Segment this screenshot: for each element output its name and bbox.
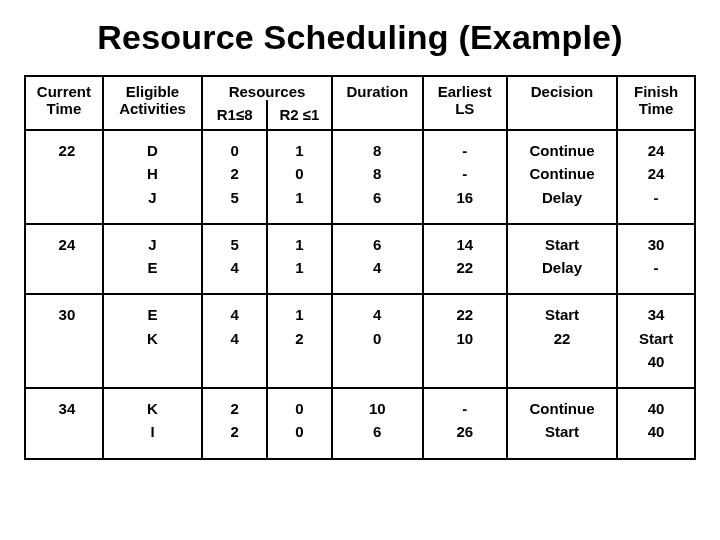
cell-duration: 64 [332, 224, 423, 295]
cell-decision: Start22 [507, 294, 617, 388]
cell-decision-value: Continue [530, 139, 595, 162]
cell-r1-value: 2 [230, 420, 238, 443]
cell-duration-value: 10 [369, 397, 386, 420]
cell-r2-value: 2 [295, 327, 303, 350]
table-row: 30EK4412402210Start2234Start40 [25, 294, 695, 388]
cell-decision-value: Continue [530, 162, 595, 185]
cell-ls-value: 26 [456, 420, 473, 443]
cell-activity: JE [103, 224, 202, 295]
cell-duration-value: 4 [373, 256, 381, 279]
cell-time: 30 [25, 294, 103, 388]
cell-time: 24 [25, 224, 103, 295]
cell-duration-value: 6 [373, 233, 381, 256]
cell-r1-value: 4 [230, 303, 238, 326]
cell-r2-value: 1 [295, 303, 303, 326]
cell-duration-value: 0 [373, 327, 381, 350]
cell-r2-value: 1 [295, 233, 303, 256]
cell-time: 34 [25, 388, 103, 459]
cell-duration-value: 4 [373, 303, 381, 326]
cell-activity-value: J [148, 186, 156, 209]
cell-ls-value: - [462, 162, 467, 185]
cell-decision-value: Delay [542, 256, 582, 279]
cell-duration: 886 [332, 130, 423, 224]
table-row: 24JE5411641422StartDelay30- [25, 224, 695, 295]
cell-duration: 40 [332, 294, 423, 388]
cell-finish-value: 34 [648, 303, 665, 326]
cell-finish-value: 40 [648, 350, 665, 373]
cell-decision-value: Delay [542, 186, 582, 209]
cell-ls-value: 22 [456, 303, 473, 326]
col-duration: Duration [332, 76, 423, 130]
cell-r2-value: 1 [295, 139, 303, 162]
cell-activity: KI [103, 388, 202, 459]
cell-r2-value: 1 [295, 256, 303, 279]
cell-finish-value: 24 [648, 139, 665, 162]
cell-duration-value: 6 [373, 186, 381, 209]
cell-ls: --16 [423, 130, 507, 224]
cell-finish: 2424- [617, 130, 695, 224]
cell-ls-value: 14 [456, 233, 473, 256]
cell-finish: 4040 [617, 388, 695, 459]
cell-r2-value: 0 [295, 162, 303, 185]
cell-decision-value: Start [545, 233, 579, 256]
cell-duration: 106 [332, 388, 423, 459]
col-resources: Resources [202, 76, 332, 100]
cell-finish: 30- [617, 224, 695, 295]
cell-time-value: 30 [59, 303, 76, 326]
cell-r1-value: 4 [230, 327, 238, 350]
cell-activity-value: H [147, 162, 158, 185]
cell-activity-value: J [148, 233, 156, 256]
cell-activity-value: E [147, 256, 157, 279]
cell-r1-value: 5 [230, 186, 238, 209]
cell-duration-value: 6 [373, 420, 381, 443]
cell-r2: 11 [267, 224, 332, 295]
cell-time-value: 22 [59, 139, 76, 162]
cell-finish-value: - [654, 186, 659, 209]
cell-duration-value: 8 [373, 139, 381, 162]
cell-r2-value: 0 [295, 420, 303, 443]
cell-activity-value: E [147, 303, 157, 326]
col-eligible: Eligible Activities [103, 76, 202, 130]
cell-ls-value: - [462, 397, 467, 420]
cell-ls-value: 10 [456, 327, 473, 350]
cell-ls-value: 16 [456, 186, 473, 209]
cell-r1-value: 2 [230, 397, 238, 420]
cell-r2-value: 0 [295, 397, 303, 420]
cell-r1-value: 2 [230, 162, 238, 185]
cell-finish-value: 40 [648, 397, 665, 420]
cell-decision-value: 22 [554, 327, 571, 350]
col-finish: Finish Time [617, 76, 695, 130]
cell-r2-value: 1 [295, 186, 303, 209]
cell-ls: 1422 [423, 224, 507, 295]
cell-r1-value: 4 [230, 256, 238, 279]
cell-ls-value: - [462, 139, 467, 162]
cell-decision: StartDelay [507, 224, 617, 295]
cell-decision-value: Start [545, 303, 579, 326]
cell-activity-value: I [150, 420, 154, 443]
cell-r2: 12 [267, 294, 332, 388]
cell-finish-value: - [654, 256, 659, 279]
cell-decision-value: Start [545, 420, 579, 443]
cell-r1: 22 [202, 388, 267, 459]
cell-time-value: 34 [59, 397, 76, 420]
cell-finish-value: 30 [648, 233, 665, 256]
table-row: 22DHJ025101886--16ContinueContinueDelay2… [25, 130, 695, 224]
cell-finish-value: 24 [648, 162, 665, 185]
col-current-time: Current Time [25, 76, 103, 130]
cell-r2: 101 [267, 130, 332, 224]
cell-time: 22 [25, 130, 103, 224]
cell-r1: 025 [202, 130, 267, 224]
cell-finish: 34Start40 [617, 294, 695, 388]
cell-decision: ContinueStart [507, 388, 617, 459]
cell-activity: DHJ [103, 130, 202, 224]
page-title: Resource Scheduling (Example) [24, 18, 696, 57]
cell-ls-value: 22 [456, 256, 473, 279]
col-r1: R1≤8 [202, 100, 267, 130]
cell-activity-value: K [147, 397, 158, 420]
col-decision: Decision [507, 76, 617, 130]
cell-activity-value: D [147, 139, 158, 162]
cell-finish-value: Start [639, 327, 673, 350]
cell-r1: 54 [202, 224, 267, 295]
cell-r1: 44 [202, 294, 267, 388]
cell-r2: 00 [267, 388, 332, 459]
